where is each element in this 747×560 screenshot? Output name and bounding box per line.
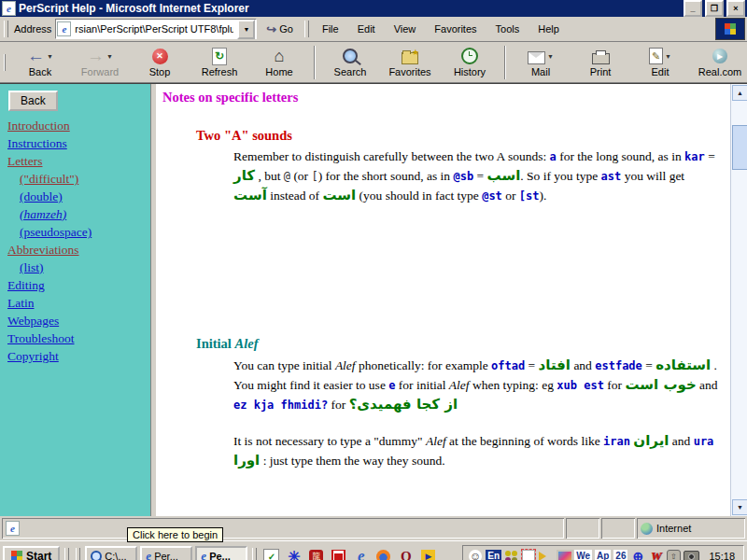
content-frame: Notes on specific letters Two "A" sounds… bbox=[157, 84, 730, 516]
frame-divider[interactable] bbox=[150, 84, 157, 516]
sidebar-item-latin[interactable]: Latin bbox=[0, 294, 150, 312]
restore-button[interactable]: ❐ bbox=[705, 0, 724, 17]
taskbar-grip3[interactable] bbox=[252, 548, 257, 560]
taskbar: Start C:\... e Per... e Pe... ✓ ✳ 龍 e O … bbox=[0, 540, 747, 560]
sidebar-item-letters[interactable]: Letters bbox=[0, 152, 150, 170]
task-button-persian-ie[interactable]: e Per... bbox=[140, 546, 192, 560]
sidebar-item-double[interactable]: (double) bbox=[0, 188, 150, 205]
taskbar-grip2[interactable] bbox=[76, 548, 80, 560]
palette-dots-icon[interactable] bbox=[503, 549, 518, 560]
address-input[interactable] bbox=[73, 22, 235, 35]
sidebar-item-editing[interactable]: Editing bbox=[0, 276, 150, 294]
edit-button[interactable]: ✎▼ Edit bbox=[633, 43, 687, 81]
camera-icon[interactable] bbox=[684, 549, 698, 560]
close-button[interactable]: × bbox=[726, 0, 745, 17]
toolbar-grip[interactable] bbox=[4, 21, 8, 37]
explorer-search-icon bbox=[91, 551, 102, 560]
menu-favorites[interactable]: Favorites bbox=[427, 21, 484, 36]
history-icon bbox=[461, 48, 478, 64]
go-icon: ↪ bbox=[266, 22, 276, 36]
sidebar-item-hamzeh[interactable]: (hamzeh) bbox=[0, 205, 150, 223]
print-button[interactable]: Print bbox=[573, 43, 627, 81]
task-button-explorer[interactable]: C:\... bbox=[85, 546, 137, 560]
mail-button[interactable]: ▼ Mail bbox=[514, 43, 568, 81]
sidebar-item-difficult[interactable]: ("difficult") bbox=[0, 170, 150, 188]
start-button[interactable]: Start bbox=[3, 546, 60, 560]
page-title: Notes on specific letters bbox=[162, 90, 730, 105]
back-button[interactable]: ←▼ Back bbox=[13, 43, 67, 81]
go-button[interactable]: ↪ Go bbox=[261, 21, 299, 37]
forward-dropdown-icon[interactable]: ▼ bbox=[106, 53, 113, 60]
scroll-up-icon[interactable]: ▲ bbox=[732, 85, 747, 101]
display-settings-icon[interactable] bbox=[557, 549, 571, 560]
scrollbar-thumb[interactable] bbox=[732, 125, 747, 170]
home-icon: ⌂ bbox=[275, 49, 285, 64]
sidebar-item-troubleshoot[interactable]: Troubleshoot bbox=[0, 329, 150, 347]
browser-content: Back Introduction Instructions Letters (… bbox=[0, 83, 747, 516]
home-button[interactable]: ⌂ Home bbox=[252, 43, 306, 81]
frame-back-button[interactable]: Back bbox=[8, 91, 58, 111]
stop-button[interactable]: ✕ Stop bbox=[133, 43, 187, 81]
updater-gear-icon[interactable]: ⇧ bbox=[666, 549, 681, 560]
sidebar-item-pseudospace[interactable]: (pseudospace) bbox=[0, 223, 150, 241]
search-button[interactable]: Search bbox=[323, 43, 377, 81]
favorites-button[interactable]: Favorites bbox=[383, 43, 437, 81]
taskbar-clock[interactable]: 15:18 bbox=[701, 551, 739, 560]
menu-tools[interactable]: Tools bbox=[488, 21, 528, 36]
status-pane-2 bbox=[566, 518, 599, 539]
back-dropdown-icon[interactable]: ▼ bbox=[47, 53, 53, 60]
ie-icon-active: e bbox=[201, 549, 206, 560]
refresh-button[interactable]: ↻ Refresh bbox=[192, 43, 247, 81]
forward-button[interactable]: →▼ Forward bbox=[73, 43, 127, 81]
compass-icon[interactable]: ⊕ bbox=[630, 549, 645, 560]
task-button-perscript-ie[interactable]: e Pe... bbox=[195, 546, 247, 560]
tray-day-label[interactable]: We bbox=[574, 550, 592, 560]
edit-dropdown-icon[interactable]: ▼ bbox=[665, 53, 671, 60]
language-indicator[interactable]: En bbox=[486, 549, 500, 560]
favorites-icon bbox=[402, 52, 418, 64]
player-icon[interactable]: ▶ bbox=[418, 547, 438, 560]
sidebar-item-instructions[interactable]: Instructions bbox=[0, 134, 150, 152]
scroll-down-icon[interactable]: ▼ bbox=[732, 499, 747, 515]
sidebar-item-abbreviations[interactable]: Abbreviations bbox=[0, 241, 150, 259]
zone-label: Internet bbox=[656, 523, 691, 534]
wheel-icon[interactable]: ✳ bbox=[284, 547, 303, 560]
toolbar-grip2[interactable] bbox=[4, 54, 6, 71]
history-button[interactable]: History bbox=[443, 43, 497, 81]
menu-edit[interactable]: Edit bbox=[350, 21, 383, 36]
menu-view[interactable]: View bbox=[387, 21, 424, 36]
dragon-icon[interactable]: 龍 bbox=[306, 547, 326, 560]
menu-help[interactable]: Help bbox=[530, 21, 567, 36]
menu-file[interactable]: File bbox=[315, 21, 346, 36]
messenger-face-icon[interactable]: ☺ bbox=[468, 549, 483, 560]
window-titlebar[interactable]: e PerScript Help - Microsoft Internet Ex… bbox=[0, 0, 747, 17]
sidebar-item-introduction[interactable]: Introduction bbox=[0, 117, 150, 134]
sidebar-item-list[interactable]: (list) bbox=[0, 259, 150, 276]
notes-icon[interactable]: ✓ bbox=[261, 547, 281, 560]
standard-toolbar: ←▼ Back →▼ Forward ✕ Stop ↻ Refresh ⌂ Ho… bbox=[0, 42, 747, 83]
firefox-icon[interactable] bbox=[374, 547, 393, 560]
address-dropdown-button[interactable]: ▼ bbox=[237, 20, 255, 39]
njstar-icon[interactable] bbox=[329, 547, 348, 560]
capture-marker-icon[interactable] bbox=[521, 549, 536, 560]
address-label: Address bbox=[14, 23, 51, 35]
menubar-grip[interactable] bbox=[304, 21, 309, 37]
minimize-button[interactable]: _ bbox=[684, 0, 702, 17]
watchman-icon[interactable]: W bbox=[648, 549, 663, 560]
mail-icon bbox=[528, 51, 545, 64]
taskbar-grip[interactable] bbox=[64, 548, 69, 560]
tray-date-label[interactable]: 26 bbox=[613, 550, 627, 560]
address-combo[interactable]: e ▼ bbox=[55, 19, 257, 39]
realcom-button[interactable]: ▶ Real.com bbox=[693, 43, 747, 81]
volume-icon[interactable] bbox=[539, 549, 554, 560]
mail-dropdown-icon[interactable]: ▼ bbox=[547, 53, 554, 60]
tray-month-label[interactable]: Ap bbox=[595, 550, 611, 560]
internet-zone-icon bbox=[641, 523, 653, 535]
vertical-scrollbar[interactable]: ▲ ▼ bbox=[730, 84, 747, 516]
sidebar-item-webpages[interactable]: Webpages bbox=[0, 312, 150, 329]
opera-icon[interactable]: O bbox=[396, 547, 416, 560]
paragraph-two-a-sounds: Remember to distinguish carefully betwee… bbox=[233, 147, 719, 205]
toolbar-separator2 bbox=[504, 46, 506, 79]
sidebar-item-copyright[interactable]: Copyright bbox=[0, 347, 150, 365]
ie-quicklaunch-icon[interactable]: e bbox=[351, 547, 371, 560]
